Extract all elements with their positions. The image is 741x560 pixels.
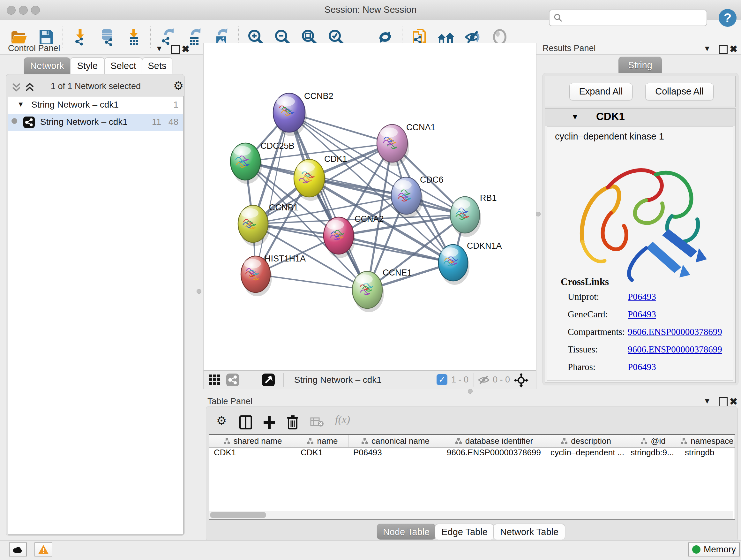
- column-header-description[interactable]: description: [546, 435, 626, 447]
- table-cell[interactable]: cyclin–dependent ...: [546, 448, 626, 457]
- application-window: Session: New Session: [0, 0, 741, 560]
- table-cell[interactable]: stringdb:9...: [626, 448, 680, 457]
- tab-network-table[interactable]: Network Table: [493, 524, 565, 540]
- help-button[interactable]: ?: [719, 9, 737, 27]
- network-row-selected[interactable]: String Network – cdk1 11 48: [8, 114, 183, 131]
- network-node-CDK1[interactable]: [294, 159, 326, 201]
- divider: [283, 373, 284, 387]
- selected-count: 1 - 0: [451, 375, 468, 385]
- table-panel-close-icon[interactable]: ✖: [730, 396, 738, 407]
- crosslink-row: GeneCard:P06493: [568, 309, 727, 320]
- entry-collapse-icon[interactable]: ▼: [571, 112, 579, 121]
- crosslink-link[interactable]: P06493: [628, 292, 656, 302]
- import-table-button[interactable]: [124, 27, 144, 47]
- table-cell[interactable]: stringdb: [680, 448, 734, 457]
- delete-table-icon[interactable]: [310, 417, 324, 428]
- network-graph[interactable]: CCNB2CCNA1CDC25BCDK1CDC6RB1CCNB1CCNA2CDK…: [204, 43, 536, 370]
- table-cell[interactable]: 9606.ENSP00000378699: [442, 448, 546, 457]
- import-database-button[interactable]: [97, 27, 117, 47]
- network-current-dot: [11, 118, 17, 124]
- network-options-gear-icon[interactable]: ⚙: [173, 79, 184, 92]
- search-box[interactable]: [549, 10, 707, 26]
- tab-network[interactable]: Network: [24, 57, 70, 74]
- network-node-RB1[interactable]: [450, 197, 481, 237]
- left-splitter-handle[interactable]: [197, 289, 201, 294]
- network-node-CCNB2[interactable]: [273, 93, 307, 136]
- collection-expand-icon[interactable]: ▼: [17, 100, 24, 109]
- function-builder-icon[interactable]: f(x): [335, 414, 350, 426]
- status-bar: Memory: [0, 540, 741, 560]
- cloud-status-button[interactable]: [9, 543, 27, 557]
- pan-crosshair-icon[interactable]: [514, 373, 529, 388]
- results-panel-collapse-icon[interactable]: ▼: [703, 44, 711, 53]
- column-header-canonicalname[interactable]: canonical name: [349, 435, 442, 447]
- crosslink-label: Pharos:: [568, 362, 596, 372]
- table-row[interactable]: CDK1CDK1P064939606.ENSP00000378699cyclin…: [209, 448, 734, 457]
- right-splitter-handle[interactable]: [536, 212, 541, 216]
- network-node-CCNE1[interactable]: [352, 271, 384, 312]
- column-type-icon: [223, 437, 230, 444]
- tab-sets[interactable]: Sets: [142, 57, 172, 74]
- network-canvas[interactable]: CCNB2CCNA1CDC25BCDK1CDC6RB1CCNB1CCNA2CDK…: [203, 43, 536, 389]
- table-options-gear-icon[interactable]: ⚙: [216, 414, 226, 428]
- results-panel-float-icon[interactable]: [719, 45, 728, 56]
- results-panel-close-icon[interactable]: ✖: [730, 44, 738, 55]
- selected-checkbox[interactable]: ✓: [436, 374, 448, 385]
- collapse-all-button[interactable]: Collapse All: [645, 83, 714, 100]
- network-node-CCNA2[interactable]: [324, 217, 355, 258]
- tab-string[interactable]: String: [618, 57, 662, 73]
- table-hscrollbar-thumb[interactable]: [210, 512, 266, 518]
- network-node-CDKN1A[interactable]: [439, 245, 469, 285]
- toolbar-separator: [63, 26, 64, 48]
- memory-button[interactable]: Memory: [688, 543, 740, 557]
- expand-all-networks-icon[interactable]: [24, 81, 35, 93]
- network-label: String Network – cdk1: [40, 117, 128, 127]
- birdseye-grid-icon[interactable]: [209, 374, 221, 386]
- delete-column-icon[interactable]: [286, 415, 299, 429]
- import-network-button[interactable]: [70, 27, 90, 47]
- node-label-CDK1: CDK1: [324, 154, 347, 164]
- table-cell[interactable]: P06493: [349, 448, 442, 457]
- node-label-RB1: RB1: [480, 193, 497, 203]
- table-cell[interactable]: CDK1: [296, 448, 349, 457]
- tab-style[interactable]: Style: [70, 57, 105, 74]
- tab-edge-table[interactable]: Edge Table: [435, 524, 494, 540]
- crosslink-link[interactable]: P06493: [628, 362, 656, 372]
- network-tree: ▼ String Network – cdk1 1 String Network…: [8, 96, 184, 535]
- column-header-databaseidentifier[interactable]: database identifier: [442, 435, 546, 447]
- result-entry-header[interactable]: ▼ CDK1: [545, 109, 735, 125]
- column-header-id[interactable]: @id: [626, 435, 680, 447]
- cloud-icon: [12, 546, 23, 553]
- table-hscrollbar[interactable]: [209, 511, 733, 519]
- search-input[interactable]: [563, 13, 698, 23]
- network-share-icon[interactable]: [226, 373, 239, 387]
- tab-node-table[interactable]: Node Table: [377, 524, 435, 540]
- tab-select[interactable]: Select: [105, 57, 142, 74]
- column-header-name[interactable]: name: [296, 435, 349, 447]
- hidden-eye-icon[interactable]: [477, 375, 490, 385]
- add-column-icon[interactable]: [263, 415, 276, 429]
- collapse-all-networks-icon[interactable]: [11, 81, 22, 93]
- column-header-sharedname[interactable]: shared name: [209, 435, 296, 447]
- crosslink-link[interactable]: 9606.ENSP00000378699: [628, 327, 722, 337]
- show-columns-icon[interactable]: [239, 415, 252, 429]
- warnings-button[interactable]: [35, 543, 52, 557]
- table-panel-collapse-icon[interactable]: ▼: [703, 396, 711, 406]
- column-type-icon: [680, 437, 687, 444]
- network-collection-row[interactable]: ▼ String Network – cdk1 1: [8, 97, 183, 114]
- expand-all-button[interactable]: Expand All: [569, 83, 632, 100]
- network-node-CDC6[interactable]: [391, 177, 423, 218]
- network-node-CCNB1[interactable]: [238, 205, 270, 246]
- control-panel-close-icon[interactable]: ✖: [182, 44, 190, 55]
- crosslink-link[interactable]: P06493: [628, 309, 656, 320]
- crosslink-link[interactable]: 9606.ENSP00000378699: [628, 344, 722, 355]
- table-cell[interactable]: CDK1: [209, 448, 296, 457]
- open-in-window-icon[interactable]: [262, 373, 275, 387]
- entry-description: cyclin–dependent kinase 1: [555, 131, 664, 142]
- control-panel-collapse-icon[interactable]: ▼: [155, 44, 163, 53]
- horizontal-splitter-handle[interactable]: [468, 389, 473, 394]
- control-panel-float-icon[interactable]: [171, 45, 180, 56]
- network-selection-status: 1 of 1 Network selected: [42, 81, 150, 91]
- table-panel-body: ⚙ f(x): [206, 406, 738, 542]
- column-header-namespace[interactable]: namespace: [680, 435, 734, 447]
